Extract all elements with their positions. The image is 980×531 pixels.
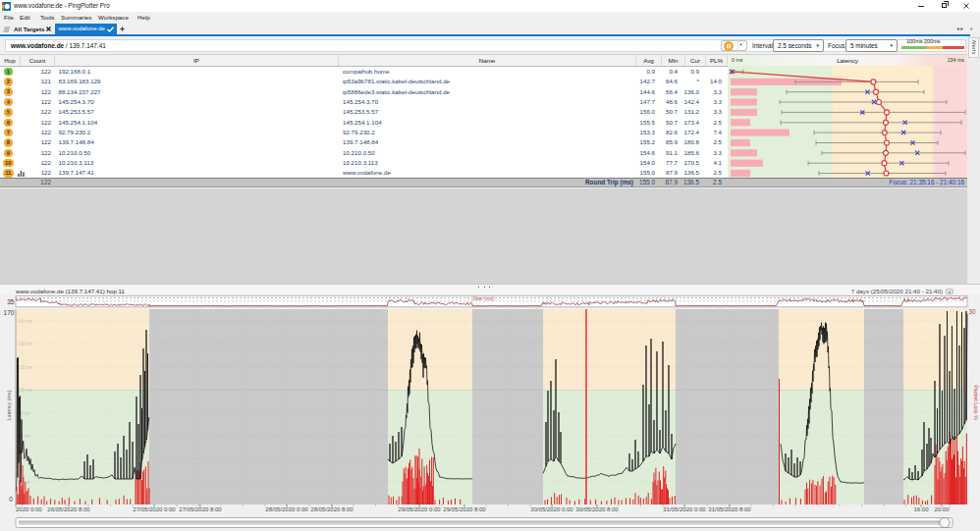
- svg-text:30/05/2020 8:00: 30/05/2020 8:00: [575, 506, 619, 512]
- svg-text:31/05/2020 8:00: 31/05/2020 8:00: [708, 506, 751, 512]
- svg-text:31/05/2020 0:00: 31/05/2020 0:00: [663, 506, 706, 512]
- svg-text:35: 35: [7, 298, 15, 305]
- svg-text:30: 30: [969, 308, 977, 315]
- svg-text:27/05/2020 0:00: 27/05/2020 0:00: [133, 506, 176, 512]
- svg-text:29/05/2020 8:00: 29/05/2020 8:00: [443, 506, 486, 512]
- svg-text:30/05/2020 0:00: 30/05/2020 0:00: [530, 506, 573, 512]
- svg-text:160 ms: 160 ms: [18, 319, 33, 324]
- svg-text:140 ms: 140 ms: [18, 342, 33, 346]
- svg-text:28/05/2020 8:00: 28/05/2020 8:00: [310, 506, 354, 512]
- svg-text:28/05/2020 0:00: 28/05/2020 0:00: [265, 506, 308, 512]
- svg-text:2020 0:00: 2020 0:00: [16, 506, 42, 512]
- svg-text:Packet Loss %: Packet Loss %: [973, 385, 979, 420]
- svg-text:0: 0: [9, 496, 13, 503]
- svg-text:100 ms: 100 ms: [18, 388, 33, 393]
- svg-text:120 ms: 120 ms: [18, 365, 33, 370]
- svg-text:Jitter (ms): Jitter (ms): [472, 295, 495, 301]
- svg-text:16:00: 16:00: [913, 506, 929, 512]
- svg-text:Latency (ms): Latency (ms): [6, 390, 12, 420]
- svg-text:27/05/2020 8:00: 27/05/2020 8:00: [179, 506, 222, 512]
- svg-text:29/05/2020 0:00: 29/05/2020 0:00: [398, 506, 441, 512]
- svg-text:20:00: 20:00: [934, 506, 950, 512]
- svg-text:26/05/2020 8:00: 26/05/2020 8:00: [47, 506, 90, 512]
- svg-text:170: 170: [3, 309, 14, 316]
